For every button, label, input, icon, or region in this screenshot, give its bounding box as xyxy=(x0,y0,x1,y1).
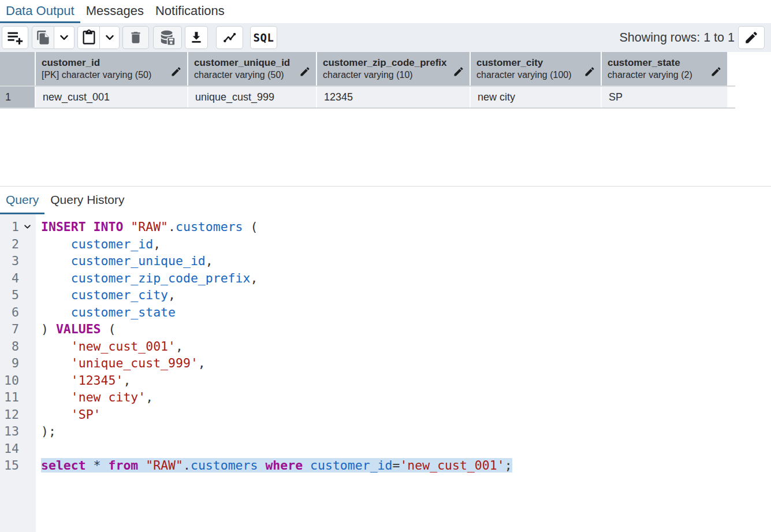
code-line-12: 'SP' xyxy=(41,406,771,423)
fold-gutter-spacer xyxy=(19,338,36,355)
cell-customer_city[interactable]: new city xyxy=(471,87,602,107)
editor-code[interactable]: INSERT INTO "RAW".customers ( customer_i… xyxy=(36,214,771,532)
gutter-line: 6 xyxy=(0,304,36,321)
gutter-line: 4 xyxy=(0,270,36,287)
gutter-line: 7 xyxy=(0,321,36,338)
row-number-cell[interactable]: 1 xyxy=(0,87,36,107)
column-header-customer_zip_code_prefix[interactable]: customer_zip_code_prefixcharacter varyin… xyxy=(317,52,471,85)
gutter-line: 12 xyxy=(0,406,36,423)
add-row-button[interactable] xyxy=(2,26,28,49)
column-name: customer_city xyxy=(476,57,583,69)
copy-icon xyxy=(36,30,51,45)
tab-label: Data Output xyxy=(6,3,75,18)
cell-customer_unique_id[interactable]: unique_cust_999 xyxy=(188,87,317,107)
edit-column-icon[interactable] xyxy=(453,66,464,80)
gutter-line: 3 xyxy=(0,252,36,270)
edit-column-icon[interactable] xyxy=(170,66,182,80)
paste-rows-button[interactable] xyxy=(77,26,100,49)
line-number: 11 xyxy=(0,389,19,406)
code-line-14 xyxy=(41,440,771,457)
line-number: 2 xyxy=(0,236,19,253)
code-line-11: 'new city', xyxy=(41,389,771,406)
pgadmin-query-tool: Data OutputMessagesNotifications SQL Sho… xyxy=(0,0,771,532)
grid-header-row: customer_id[PK] character varying (50)cu… xyxy=(0,52,735,87)
cell-customer_id[interactable]: new_cust_001 xyxy=(36,87,188,107)
graph-visualiser-button[interactable] xyxy=(216,26,243,49)
paste-options-button[interactable] xyxy=(100,26,120,49)
tab-label: Messages xyxy=(86,3,144,18)
delete-rows-button[interactable] xyxy=(122,26,149,49)
output-tabbar: Data OutputMessagesNotifications xyxy=(0,0,771,23)
column-header-customer_id[interactable]: customer_id[PK] character varying (50) xyxy=(36,52,188,85)
column-name: customer_zip_code_prefix xyxy=(323,57,452,69)
query-tab-query[interactable]: Query xyxy=(0,187,44,214)
fold-gutter-spacer xyxy=(19,406,36,423)
fold-gutter-spacer xyxy=(19,355,36,372)
column-header-customer_city[interactable]: customer_citycharacter varying (100) xyxy=(471,52,602,85)
gutter-line: 5 xyxy=(0,287,36,304)
code-line-1: INSERT INTO "RAW".customers ( xyxy=(41,218,771,236)
paste-icon xyxy=(81,29,97,46)
download-icon xyxy=(189,30,204,45)
query-panel: QueryQuery History 123456789101112131415… xyxy=(0,186,771,532)
line-number: 6 xyxy=(0,304,19,321)
column-type: [PK] character varying (50) xyxy=(42,69,170,81)
sql-button[interactable]: SQL xyxy=(250,26,277,49)
fold-chevron-icon[interactable] xyxy=(19,218,36,236)
fold-gutter-spacer xyxy=(19,389,36,406)
line-number: 13 xyxy=(0,423,19,440)
gutter-line: 2 xyxy=(0,236,36,253)
code-line-8: 'new_cust_001', xyxy=(41,338,771,355)
fold-gutter-spacer xyxy=(19,440,36,457)
save-data-changes-button[interactable] xyxy=(153,26,182,49)
query-tab-query-history[interactable]: Query History xyxy=(44,187,130,214)
edit-column-icon[interactable] xyxy=(299,66,311,80)
line-number: 9 xyxy=(0,355,19,372)
fold-gutter-spacer xyxy=(19,287,36,304)
code-line-4: customer_zip_code_prefix, xyxy=(41,270,771,287)
graph-icon xyxy=(222,30,237,45)
code-line-15: select * from "RAW".customers where cust… xyxy=(41,457,771,474)
add-row-icon xyxy=(6,29,24,46)
tab-messages[interactable]: Messages xyxy=(80,0,150,23)
tab-label: Query History xyxy=(50,193,124,207)
column-name: customer_id xyxy=(42,57,170,69)
cell-customer_zip_code_prefix[interactable]: 12345 xyxy=(317,87,471,107)
tab-notifications[interactable]: Notifications xyxy=(150,0,230,23)
copy-rows-button[interactable] xyxy=(32,26,54,49)
gutter-line: 14 xyxy=(0,440,36,457)
line-number: 5 xyxy=(0,287,19,304)
line-number: 14 xyxy=(0,440,19,457)
save-results-to-file-button[interactable] xyxy=(185,26,208,49)
column-type: character varying (100) xyxy=(476,69,583,81)
query-tabbar: QueryQuery History xyxy=(0,187,771,214)
edit-column-icon[interactable] xyxy=(584,66,595,80)
fold-gutter-spacer xyxy=(19,236,36,253)
tab-data-output[interactable]: Data Output xyxy=(0,0,80,23)
chevron-down-icon xyxy=(103,31,117,44)
column-type: character varying (10) xyxy=(323,69,452,81)
code-line-13: ); xyxy=(41,423,771,440)
data-grid: customer_id[PK] character varying (50)cu… xyxy=(0,52,771,109)
column-header-customer_state[interactable]: customer_statecharacter varying (2) xyxy=(602,52,728,85)
code-line-3: customer_unique_id, xyxy=(41,252,771,270)
gutter-line: 13 xyxy=(0,423,36,440)
sql-editor[interactable]: 123456789101112131415 INSERT INTO "RAW".… xyxy=(0,214,771,532)
code-line-7: ) VALUES ( xyxy=(41,321,771,338)
grid-corner-cell xyxy=(0,52,36,85)
save-data-icon xyxy=(159,29,176,46)
line-number: 1 xyxy=(0,218,19,236)
delete-icon xyxy=(128,30,143,45)
copy-options-button[interactable] xyxy=(54,26,75,49)
line-number: 8 xyxy=(0,338,19,355)
gutter-line: 1 xyxy=(0,218,36,236)
cell-customer_state[interactable]: SP xyxy=(602,87,728,107)
edit-column-icon[interactable] xyxy=(710,66,722,80)
fold-gutter-spacer xyxy=(19,252,36,270)
gutter-line: 8 xyxy=(0,338,36,355)
chevron-down-icon xyxy=(57,31,71,44)
edit-data-button[interactable] xyxy=(738,26,765,49)
fold-gutter-spacer xyxy=(19,321,36,338)
column-name: customer_state xyxy=(608,57,710,69)
column-header-customer_unique_id[interactable]: customer_unique_idcharacter varying (50) xyxy=(188,52,317,85)
